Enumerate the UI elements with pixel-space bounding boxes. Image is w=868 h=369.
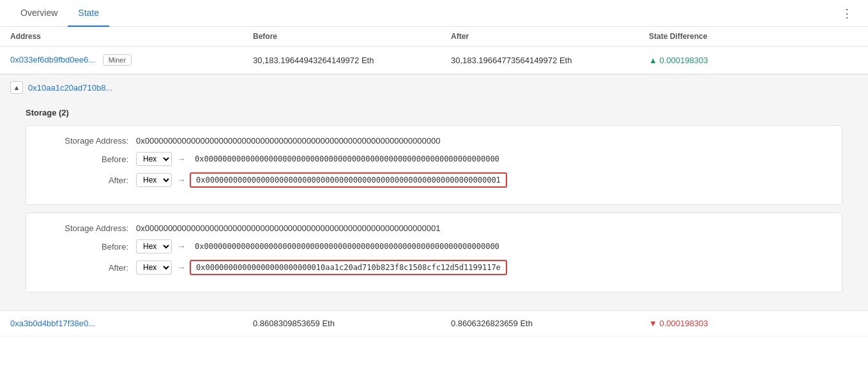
miner-badge: Miner <box>103 54 132 66</box>
expandable-address-link[interactable]: 0x10aa1c20ad710b8... <box>28 83 112 93</box>
arrow-icon-2: → <box>177 241 186 252</box>
address-link-last[interactable]: 0xa3b0d4bbf17f38e0... <box>10 319 95 328</box>
before-value: 30,183.19644943264149972 Eth <box>253 56 451 65</box>
before-value-1: 0x00000000000000000000000000000000000000… <box>190 153 505 165</box>
after-value: 30,183.19664773564149972 Eth <box>451 56 649 65</box>
expandable-row: ▲ 0x10aa1c20ad710b8... Storage (2) Stora… <box>0 74 868 311</box>
before-format-select-1[interactable]: Hex <box>136 152 172 166</box>
more-menu-button[interactable]: ⋮ <box>836 1 858 26</box>
storage-address-row-1: Storage Address: 0x000000000000000000000… <box>39 136 829 146</box>
storage-card-1: Storage Address: 0x000000000000000000000… <box>26 125 842 205</box>
after-value-1: 0x00000000000000000000000000000000000000… <box>190 172 507 188</box>
storage-after-row-1: After: Hex → 0x0000000000000000000000000… <box>39 172 829 188</box>
storage-before-label-1: Before: <box>39 154 128 164</box>
storage-before-row-1: Before: Hex → 0x000000000000000000000000… <box>39 152 829 166</box>
storage-before-row-2: Before: Hex → 0x000000000000000000000000… <box>39 239 829 253</box>
storage-after-label-1: After: <box>39 176 128 185</box>
after-format-select-2[interactable]: Hex <box>136 260 172 275</box>
tab-overview[interactable]: Overview <box>10 0 68 27</box>
state-diff: ▲ 0.000198303 <box>649 56 777 65</box>
tabs-bar: Overview State ⋮ <box>0 0 868 27</box>
arrow-icon-1: → <box>177 154 186 164</box>
storage-address-label: Storage Address: <box>39 136 128 146</box>
storage-title: Storage (2) <box>26 105 842 125</box>
storage-address-row-2: Storage Address: 0x000000000000000000000… <box>39 223 829 233</box>
tab-state[interactable]: State <box>68 0 109 27</box>
address-cell: 0x033ef6db9fbd0ee6... Miner <box>10 54 253 66</box>
storage-address-label-2: Storage Address: <box>39 223 128 233</box>
col-header-address: Address <box>10 32 253 41</box>
storage-after-row-2: After: Hex → 0x0000000000000000000000001… <box>39 260 829 275</box>
address-link[interactable]: 0x033ef6db9fbd0ee6... <box>10 55 95 64</box>
col-header-after: After <box>451 32 649 41</box>
after-value-last: 0.8606326823659 Eth <box>451 319 649 328</box>
col-header-before: Before <box>253 32 451 41</box>
main-container: Overview State ⋮ Address Before After St… <box>0 0 868 336</box>
table-row: 0x033ef6db9fbd0ee6... Miner 30,183.19644… <box>0 47 868 74</box>
after-format-select-1[interactable]: Hex <box>136 173 172 187</box>
storage-before-label-2: Before: <box>39 242 128 252</box>
before-value-2: 0x00000000000000000000000000000000000000… <box>190 240 505 253</box>
col-header-diff: State Difference <box>649 32 777 41</box>
expand-button[interactable]: ▲ <box>10 81 23 94</box>
storage-card-2: Storage Address: 0x000000000000000000000… <box>26 213 842 292</box>
table-header: Address Before After State Difference <box>0 27 868 47</box>
expandable-header: ▲ 0x10aa1c20ad710b8... <box>0 75 868 100</box>
before-value-last: 0.8608309853659 Eth <box>253 319 451 328</box>
address-cell-last: 0xa3b0d4bbf17f38e0... <box>10 319 253 328</box>
arrow-icon-after-1: → <box>177 175 186 185</box>
storage-section: Storage (2) Storage Address: 0x000000000… <box>0 100 868 310</box>
after-value-2: 0x00000000000000000000000010aa1c20ad710b… <box>190 260 507 275</box>
before-format-select-2[interactable]: Hex <box>136 239 172 253</box>
storage-address-value-1: 0x00000000000000000000000000000000000000… <box>136 136 440 146</box>
table-row-last: 0xa3b0d4bbf17f38e0... 0.8608309853659 Et… <box>0 311 868 336</box>
state-diff-last: ▼ 0.000198303 <box>649 319 777 328</box>
arrow-icon-after-2: → <box>177 262 186 273</box>
storage-after-label-2: After: <box>39 263 128 273</box>
storage-address-value-2: 0x00000000000000000000000000000000000000… <box>136 223 440 233</box>
